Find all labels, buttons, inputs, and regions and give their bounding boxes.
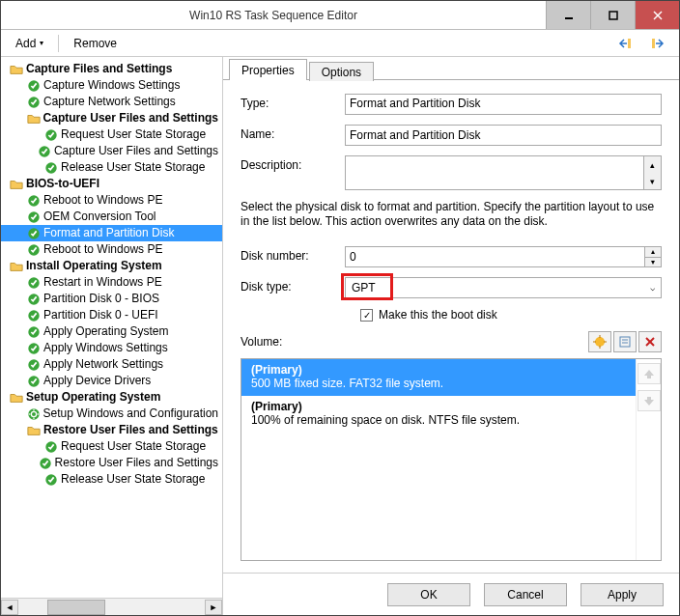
dialog-buttons: OK Cancel Apply bbox=[223, 573, 679, 615]
tree-item[interactable]: Apply Operating System bbox=[1, 323, 222, 340]
svg-point-31 bbox=[595, 337, 605, 347]
tab-properties[interactable]: Properties bbox=[229, 59, 307, 80]
tree-item[interactable]: Format and Partition Disk bbox=[1, 225, 222, 241]
tree-item[interactable]: Capture User Files and Settings bbox=[1, 110, 222, 126]
description-input[interactable]: ▴▾ bbox=[345, 155, 662, 190]
delete-icon[interactable] bbox=[638, 331, 662, 352]
tree-item[interactable]: Restore User Files and Settings bbox=[1, 422, 222, 438]
scroll-thumb[interactable] bbox=[47, 600, 105, 615]
horizontal-scrollbar[interactable]: ◄ ► bbox=[1, 598, 222, 615]
move-down-icon bbox=[638, 390, 661, 411]
apply-button[interactable]: Apply bbox=[581, 583, 664, 606]
move-up-icon bbox=[638, 363, 661, 384]
folder-icon bbox=[9, 62, 24, 77]
check-icon bbox=[37, 144, 52, 159]
volume-item[interactable]: (Primary)100% of remaining space on disk… bbox=[241, 396, 636, 433]
tree-item[interactable]: Restart in Windows PE bbox=[1, 274, 222, 291]
detail-panel: Properties Options Type: Format and Part… bbox=[223, 57, 679, 615]
tree-item-label: Capture Network Settings bbox=[43, 94, 176, 110]
tree-item[interactable]: Capture Windows Settings bbox=[1, 77, 222, 94]
tree-item[interactable]: Release User State Storage bbox=[1, 471, 222, 488]
scroll-right-icon[interactable]: ► bbox=[205, 600, 222, 615]
chevron-down-icon: ▾ bbox=[40, 39, 43, 47]
tree-item[interactable]: Capture Network Settings bbox=[1, 94, 222, 110]
minimize-button[interactable] bbox=[546, 1, 590, 29]
indent-right-icon[interactable] bbox=[642, 33, 673, 54]
name-input[interactable] bbox=[345, 125, 662, 146]
scroll-up-icon[interactable]: ▴ bbox=[643, 156, 661, 173]
tree-item[interactable]: Capture Files and Settings bbox=[1, 61, 222, 77]
disk-number-input[interactable]: ▴▾ bbox=[345, 246, 662, 267]
folder-icon bbox=[26, 111, 42, 126]
disk-type-dropdown[interactable]: GPT ⌵ bbox=[345, 277, 662, 298]
tree-item[interactable]: Release User State Storage bbox=[1, 159, 222, 176]
tree-item[interactable]: Apply Network Settings bbox=[1, 356, 222, 373]
maximize-button[interactable] bbox=[590, 1, 635, 29]
tree-item[interactable]: OEM Conversion Tool bbox=[1, 209, 222, 225]
type-field: Format and Partition Disk bbox=[345, 94, 662, 115]
tree-item-label: Capture Files and Settings bbox=[26, 61, 172, 77]
type-label: Type: bbox=[241, 94, 345, 110]
scroll-left-icon[interactable]: ◄ bbox=[1, 600, 18, 615]
tree-item[interactable]: Reboot to Windows PE bbox=[1, 241, 222, 258]
check-icon bbox=[26, 275, 42, 291]
tree-item-label: Apply Network Settings bbox=[43, 356, 163, 373]
check-icon bbox=[26, 324, 42, 340]
volume-list[interactable]: (Primary)500 MB fixed size. FAT32 file s… bbox=[241, 358, 662, 561]
tree-item-label: Release User State Storage bbox=[61, 159, 205, 176]
tree-item-label: Install Operating System bbox=[26, 258, 162, 274]
check-icon bbox=[26, 308, 42, 323]
check-icon bbox=[26, 78, 42, 94]
check-icon bbox=[26, 242, 42, 258]
check-icon bbox=[26, 210, 42, 225]
tree-item[interactable]: Capture User Files and Settings bbox=[1, 143, 222, 159]
tab-options[interactable]: Options bbox=[309, 62, 374, 81]
tree-item[interactable]: Apply Windows Settings bbox=[1, 340, 222, 356]
spin-down-icon[interactable]: ▾ bbox=[644, 257, 662, 268]
volume-item[interactable]: (Primary)500 MB fixed size. FAT32 file s… bbox=[241, 359, 636, 396]
tree-item[interactable]: Request User State Storage bbox=[1, 126, 222, 143]
ok-button[interactable]: OK bbox=[387, 583, 470, 606]
volume-title: (Primary) bbox=[251, 363, 626, 377]
cancel-button[interactable]: Cancel bbox=[484, 583, 567, 606]
tree-item-label: Apply Device Drivers bbox=[43, 373, 151, 389]
tree-item[interactable]: Request User State Storage bbox=[1, 438, 222, 455]
close-button[interactable] bbox=[635, 1, 679, 29]
tree-item[interactable]: Install Operating System bbox=[1, 258, 222, 274]
tree-item-label: Reboot to Windows PE bbox=[43, 241, 162, 258]
boot-disk-label: Make this the boot disk bbox=[379, 308, 497, 322]
add-button[interactable]: Add▾ bbox=[7, 33, 52, 54]
folder-icon bbox=[9, 390, 24, 406]
tree-item[interactable]: Partition Disk 0 - UEFI bbox=[1, 307, 222, 323]
scroll-down-icon[interactable]: ▾ bbox=[643, 173, 661, 189]
check-icon bbox=[26, 226, 42, 241]
tree-item[interactable]: Setup Windows and Configuration bbox=[1, 406, 222, 422]
tree-item-label: Capture Windows Settings bbox=[43, 77, 180, 94]
tree-item-label: Restore User Files and Settings bbox=[43, 422, 218, 438]
svg-rect-5 bbox=[652, 39, 655, 48]
task-tree[interactable]: Capture Files and SettingsCapture Window… bbox=[1, 61, 222, 488]
toolbar: Add▾ Remove bbox=[1, 30, 679, 57]
tree-item-label: Reboot to Windows PE bbox=[43, 192, 162, 209]
tree-item[interactable]: Setup Operating System bbox=[1, 389, 222, 406]
indent-left-icon[interactable] bbox=[609, 33, 640, 54]
remove-button[interactable]: Remove bbox=[65, 33, 126, 54]
tree-item[interactable]: Reboot to Windows PE bbox=[1, 192, 222, 209]
volume-label: Volume: bbox=[241, 335, 282, 349]
check-icon bbox=[26, 193, 42, 209]
tree-item[interactable]: Restore User Files and Settings bbox=[1, 455, 222, 471]
check-icon bbox=[26, 95, 42, 110]
tree-item[interactable]: BIOS-to-UEFI bbox=[1, 176, 222, 192]
disk-number-label: Disk number: bbox=[241, 246, 345, 263]
folder-icon bbox=[9, 177, 24, 192]
tree-item-label: Request User State Storage bbox=[61, 126, 206, 143]
properties-icon[interactable] bbox=[613, 331, 637, 352]
check-icon bbox=[26, 341, 42, 356]
check-icon bbox=[43, 439, 59, 455]
boot-disk-checkbox[interactable]: ✓ bbox=[360, 309, 373, 322]
disk-type-label: Disk type: bbox=[241, 277, 345, 294]
spin-up-icon[interactable]: ▴ bbox=[644, 246, 662, 257]
tree-item[interactable]: Apply Device Drivers bbox=[1, 373, 222, 389]
new-volume-icon[interactable] bbox=[588, 331, 611, 352]
tree-item[interactable]: Partition Disk 0 - BIOS bbox=[1, 291, 222, 307]
